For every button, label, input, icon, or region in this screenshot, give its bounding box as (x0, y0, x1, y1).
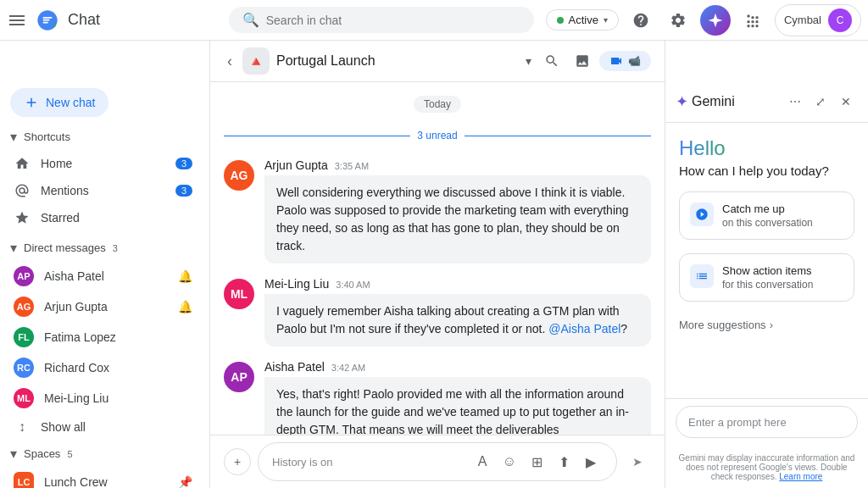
account-name: Cymbal (784, 14, 821, 26)
message-text: Yes, that's right! Paolo provided me wit… (264, 377, 651, 435)
gemini-input-area: Enter a prompt here (665, 398, 868, 448)
chat-input-area: + History is on A ☺ ⊞ ⬆ ▶ ➤ (210, 435, 665, 488)
settings-button[interactable] (663, 5, 693, 36)
format-icon[interactable]: A (470, 450, 494, 474)
help-button[interactable] (626, 5, 656, 36)
chat-input-box[interactable]: History is on A ☺ ⊞ ⬆ ▶ (258, 442, 617, 481)
sidebar-item-arjun-gupta[interactable]: AG Arjun Gupta 🔔 (0, 291, 203, 322)
shortcuts-section-header[interactable]: ▾ Shortcuts (0, 124, 209, 150)
mention: @Aisha Patel (548, 322, 620, 336)
unread-label[interactable]: 3 unread (417, 130, 457, 141)
back-button[interactable]: ‹ (224, 49, 236, 74)
avatar: C (828, 8, 852, 32)
search-button[interactable] (538, 47, 565, 75)
spaces-section-header[interactable]: ▾ Spaces 5 (0, 441, 209, 467)
star-icon (14, 209, 31, 226)
suggestion-action-items[interactable]: Show action items for this conversation (679, 253, 854, 302)
chevron-down-icon: ▾ (10, 446, 17, 462)
hamburger-icon[interactable] (7, 10, 27, 30)
emoji-icon[interactable]: ☺ (498, 450, 521, 474)
action-items-icon (690, 264, 714, 288)
date-divider: Today (224, 96, 651, 113)
account-area[interactable]: Cymbal C (775, 4, 861, 36)
avatar: ML (14, 388, 34, 408)
messages-container: Today 3 unread AG Arjun Gupta 3:35 AM We… (210, 82, 665, 435)
chevron-right-icon: › (770, 319, 773, 331)
suggestion-catch-up[interactable]: Catch me up on this conversation (679, 191, 854, 240)
chevron-down-icon: ▾ (10, 240, 17, 256)
expand-button[interactable]: ⤢ (809, 90, 832, 114)
gemini-content: Hello How can I help you today? Catch me… (665, 123, 868, 398)
status-dot (557, 17, 564, 24)
message-header: Arjun Gupta 3:35 AM (264, 158, 651, 172)
status-label: Active (569, 14, 598, 26)
gemini-title: Gemini (692, 94, 780, 109)
avatar: FL (14, 327, 34, 347)
new-chat-button[interactable]: New chat (10, 88, 108, 117)
search-icon: 🔍 (242, 12, 259, 28)
app-title: Chat (68, 11, 100, 29)
bell-icon: 🔔 (178, 269, 192, 283)
mentions-icon (14, 182, 31, 199)
pin-icon: 📌 (178, 475, 192, 488)
message-content: Mei-Ling Liu 3:40 AM I vaguely remember … (264, 277, 651, 347)
sidebar-item-richard-cox[interactable]: RC Richard Cox (0, 352, 203, 383)
space-header-icon: 🔺 (242, 47, 270, 75)
video-toggle-button[interactable]: 📹 (599, 51, 651, 71)
sidebar-item-lunch-crew[interactable]: LC Lunch Crew 📌 (0, 467, 203, 488)
attach-icon[interactable]: ⊞ (525, 450, 548, 474)
more-suggestions-button[interactable]: More suggestions › (679, 315, 854, 335)
input-icons: A ☺ ⊞ ⬆ ▶ (470, 450, 603, 474)
close-button[interactable]: ✕ (834, 90, 858, 114)
dm-section-header[interactable]: ▾ Direct messages 3 (0, 235, 209, 261)
chevron-down-icon: ▾ (10, 129, 17, 145)
grid-apps-button[interactable] (737, 5, 768, 36)
bell-icon: 🔔 (178, 300, 192, 313)
learn-more-link[interactable]: Learn more (779, 472, 822, 481)
unread-divider: 3 unread (224, 130, 651, 141)
chevron-down-icon: ▾ (604, 15, 608, 25)
sidebar-item-show-all-dm[interactable]: ↕ Show all (0, 413, 203, 441)
message-group: AP Aisha Patel 3:42 AM Yes, that's right… (224, 360, 651, 435)
avatar: AG (14, 297, 34, 317)
search-bar[interactable]: 🔍 (229, 7, 534, 33)
more-options-button[interactable]: ⋯ (783, 90, 807, 114)
catch-up-icon (690, 202, 714, 226)
message-group: AG Arjun Gupta 3:35 AM Well considering … (224, 158, 651, 263)
gemini-subtitle: How can I help you today? (679, 164, 854, 178)
search-input[interactable] (266, 14, 520, 27)
message-header: Aisha Patel 3:42 AM (264, 360, 651, 374)
sidebar-item-aisha-patel[interactable]: AP Aisha Patel 🔔 (0, 261, 203, 291)
avatar: AP (224, 362, 254, 392)
gemini-fab-button[interactable] (700, 5, 731, 36)
upload-icon[interactable]: ⬆ (552, 450, 576, 474)
gemini-panel: ✦ Gemini ⋯ ⤢ ✕ Hello How can I help you … (665, 41, 868, 488)
avatar: ML (224, 279, 254, 309)
gemini-placeholder: Enter a prompt here (688, 416, 787, 429)
sidebar-item-fatima-lopez[interactable]: FL Fatima Lopez (0, 322, 203, 352)
chat-title: Portugal Launch (276, 53, 519, 69)
space-icon: LC (14, 472, 34, 488)
chat-panel: ‹ 🔺 Portugal Launch ▾ 📹 Today (210, 41, 665, 488)
status-badge[interactable]: Active ▾ (546, 9, 619, 30)
sidebar-item-starred[interactable]: Starred (0, 204, 203, 231)
send-button[interactable]: ➤ (624, 448, 651, 475)
sidebar: New chat ▾ Shortcuts Home 3 Mentions 3 (0, 41, 210, 488)
add-button[interactable]: + (224, 448, 251, 475)
message-text: Well considering everything we discussed… (264, 175, 651, 263)
sidebar-item-mei-ling-liu[interactable]: ML Mei-Ling Liu (0, 383, 203, 413)
app-logo (34, 7, 61, 34)
suggestion-text: Show action items for this conversation (722, 264, 813, 291)
history-label: History is on (272, 456, 464, 469)
gemini-disclaimer: Gemini may display inaccurate informatio… (665, 448, 868, 488)
chevron-down-icon[interactable]: ▾ (526, 54, 531, 68)
video-icon[interactable]: ▶ (579, 450, 603, 474)
sidebar-item-mentions[interactable]: Mentions 3 (0, 177, 203, 204)
gemini-input[interactable]: Enter a prompt here (676, 406, 858, 438)
gemini-header: ✦ Gemini ⋯ ⤢ ✕ (665, 81, 868, 123)
gemini-greeting: Hello How can I help you today? (679, 136, 854, 178)
sidebar-item-home[interactable]: Home 3 (0, 150, 203, 177)
avatar: RC (14, 358, 34, 378)
image-button[interactable] (569, 47, 596, 75)
home-icon (14, 155, 31, 172)
